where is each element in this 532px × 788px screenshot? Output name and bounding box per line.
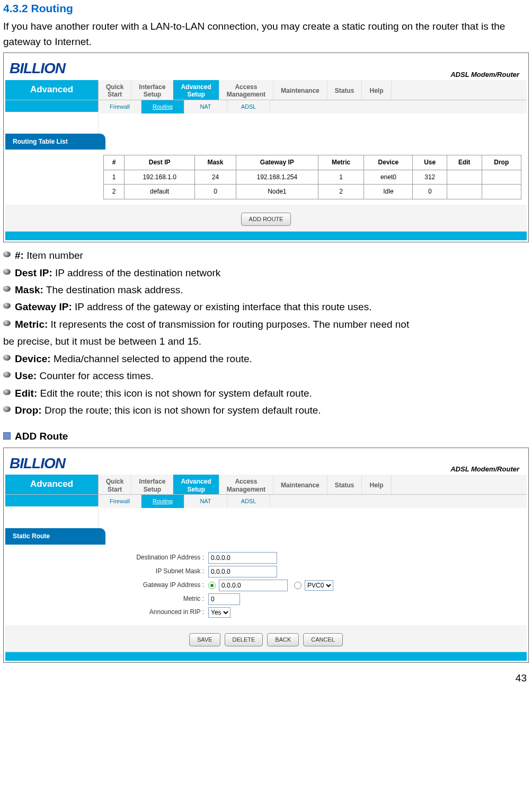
gateway-input[interactable] (219, 580, 288, 591)
subnav-tab[interactable]: ADSL (227, 495, 270, 508)
table-row: 2default0Node12Idle0 (104, 185, 521, 199)
definition-text: Mask: The destination mask address. (15, 282, 183, 297)
table-header: Edit (447, 155, 482, 170)
nav-tab[interactable]: Status (327, 475, 362, 494)
mask-input[interactable] (208, 566, 277, 577)
ellipse-bullet-icon (3, 406, 11, 412)
ellipse-bullet-icon (3, 303, 11, 309)
subnav-tab[interactable]: Firewall (99, 495, 141, 508)
back-button[interactable]: BACK (267, 633, 299, 646)
table-header: Use (413, 155, 447, 170)
ellipse-bullet-icon (3, 269, 11, 275)
add-route-button[interactable]: ADD ROUTE (241, 213, 291, 226)
dest-ip-input[interactable] (208, 552, 277, 564)
save-button[interactable]: SAVE (189, 633, 220, 646)
gateway-label: Gateway IP Address : (98, 580, 208, 590)
section-title: 4.3.2 Routing (3, 0, 529, 17)
table-cell (447, 185, 482, 199)
table-cell: 1 (318, 170, 364, 185)
definition-line: Drop: Drop the route; this icon is not s… (3, 402, 529, 418)
definition-text: #: Item number (15, 248, 83, 263)
table-header: Device (364, 155, 413, 170)
delete-button[interactable]: DELETE (225, 633, 263, 646)
table-row: 1192.168.1.024192.168.1.2541enet0312 (104, 170, 521, 185)
rip-select[interactable]: Yes (208, 607, 230, 618)
cancel-button[interactable]: CANCEL (303, 633, 343, 646)
definition-text: Use: Counter for access times. (15, 368, 154, 383)
ellipse-bullet-icon (3, 355, 11, 361)
definition-line: Use: Counter for access times. (3, 368, 529, 383)
table-cell: 2 (104, 185, 125, 199)
table-cell: 1 (104, 170, 125, 185)
section-label: Static Route (5, 528, 105, 545)
table-cell: Node1 (236, 185, 318, 199)
intro-text: If you have another router with a LAN-to… (3, 19, 529, 50)
nav-tab[interactable]: Help (362, 475, 391, 494)
definition-continuation: be precise, but it must be between 1 and… (3, 334, 529, 349)
definition-text: Gateway IP: IP address of the gateway or… (15, 299, 371, 314)
table-cell: enet0 (364, 170, 413, 185)
nav-left-title: Advanced (5, 80, 99, 100)
gateway-pvc-select[interactable]: PVC0 (305, 580, 333, 591)
table-cell (447, 170, 482, 185)
nav-tab[interactable]: AdvancedSetup (173, 475, 219, 494)
rip-label: Announced in RIP : (98, 607, 208, 617)
page-number: 43 (3, 670, 529, 686)
definition-line: Mask: The destination mask address. (3, 282, 529, 297)
nav-tab[interactable]: AccessManagement (219, 475, 273, 494)
gateway-pvc-radio[interactable] (294, 582, 302, 589)
brand-logo: BILLION (7, 57, 65, 80)
dest-ip-label: Destination IP Address : (98, 553, 208, 563)
nav-tab[interactable]: InterfaceSetup (131, 475, 173, 494)
nav-tab[interactable]: QuickStart (99, 475, 131, 494)
table-header: Drop (482, 155, 521, 170)
product-name: ADSL Modem/Router (450, 464, 522, 475)
nav-tab[interactable]: Maintenance (273, 80, 327, 100)
subnav-tab[interactable]: NAT (184, 495, 227, 508)
definition-line: #: Item number (3, 248, 529, 263)
table-cell: 312 (413, 170, 447, 185)
nav-tab[interactable]: InterfaceSetup (131, 80, 173, 100)
table-cell (482, 185, 521, 199)
subnav-tab[interactable]: Firewall (99, 100, 141, 113)
nav-left-title: Advanced (5, 475, 99, 494)
metric-input[interactable] (208, 593, 240, 605)
table-header: Dest IP (125, 155, 195, 170)
subnav-tab[interactable]: Routing (141, 495, 184, 508)
definition-line: Metric: It represents the cost of transm… (3, 317, 529, 332)
subnav-tab[interactable]: ADSL (227, 100, 270, 113)
gateway-ip-radio[interactable] (208, 582, 216, 589)
subnav-tab[interactable]: Routing (141, 100, 184, 113)
table-cell: 2 (318, 185, 364, 199)
definition-text: Metric: It represents the cost of transm… (15, 317, 409, 332)
ellipse-bullet-icon (3, 389, 11, 395)
routing-table-screenshot: BILLION ADSL Modem/Router Advanced Quick… (3, 52, 529, 242)
definition-text: Drop: Drop the route; this icon is not s… (15, 402, 321, 418)
nav-tab[interactable]: Status (327, 80, 362, 100)
add-route-heading: ADD Route (15, 428, 68, 444)
table-cell (482, 170, 521, 185)
definition-line: Dest IP: IP address of the destination n… (3, 265, 529, 281)
table-header: Gateway IP (236, 155, 318, 170)
nav-tab[interactable]: Maintenance (273, 475, 327, 494)
brand-logo: BILLION (7, 452, 65, 475)
section-label: Routing Table List (5, 134, 105, 150)
add-route-heading-row: ADD Route (3, 428, 529, 444)
nav-tab[interactable]: QuickStart (99, 80, 131, 100)
table-header: Metric (318, 155, 364, 170)
nav-tab[interactable]: AccessManagement (219, 80, 273, 100)
definition-line: Device: Media/channel selected to append… (3, 351, 529, 366)
ellipse-bullet-icon (3, 372, 11, 378)
nav-tab[interactable]: Help (362, 80, 391, 100)
definition-text: Dest IP: IP address of the destination n… (15, 265, 220, 281)
product-name: ADSL Modem/Router (450, 69, 522, 80)
definition-line: Gateway IP: IP address of the gateway or… (3, 299, 529, 314)
nav-tab[interactable]: AdvancedSetup (173, 80, 219, 100)
ellipse-bullet-icon (3, 251, 11, 257)
subnav-tab[interactable]: NAT (184, 100, 227, 113)
metric-label: Metric : (98, 594, 208, 604)
routing-table: #Dest IPMaskGateway IPMetricDeviceUseEdi… (103, 155, 521, 199)
definition-line: Edit: Edit the route; this icon is not s… (3, 386, 529, 401)
ellipse-bullet-icon (3, 320, 11, 326)
definition-text: Edit: Edit the route; this icon is not s… (15, 386, 312, 401)
